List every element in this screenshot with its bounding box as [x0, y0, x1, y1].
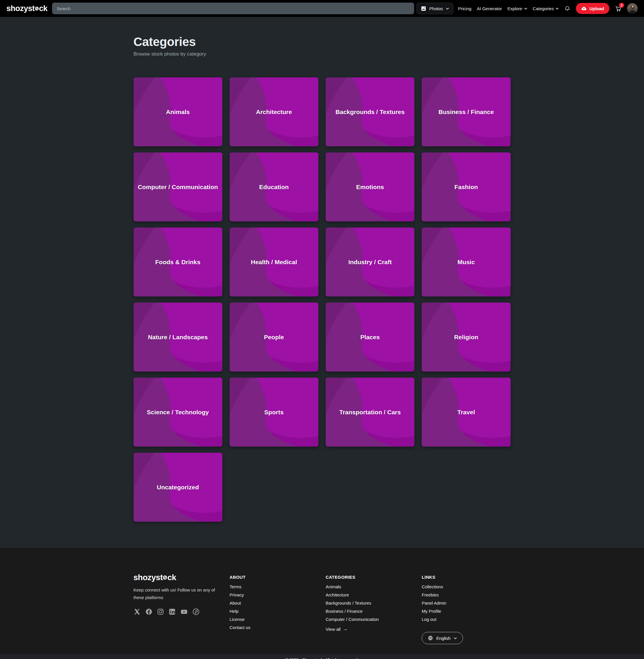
category-card[interactable]: Computer / Communication: [134, 152, 222, 221]
youtube-icon: [180, 608, 188, 615]
footer-category-link[interactable]: Backgrounds / Textures: [326, 601, 371, 606]
chevron-down-icon: [524, 7, 527, 9]
copyright-bar: © 2026 - Shozystock, All rights reserved…: [0, 654, 644, 659]
category-card[interactable]: Nature / Landscapes: [134, 303, 222, 372]
upload-label: Upload: [589, 6, 604, 11]
bell-icon: [564, 5, 570, 11]
user-avatar[interactable]: [627, 3, 638, 14]
linkedin-icon: [168, 608, 176, 615]
footer-link[interactable]: Privacy: [230, 592, 244, 597]
footer-view-all-link[interactable]: View all →: [326, 627, 347, 632]
cart-button[interactable]: 2: [615, 5, 622, 12]
category-card-label: People: [261, 334, 287, 341]
category-card[interactable]: People: [230, 303, 318, 372]
footer-logo[interactable]: shozystck: [134, 573, 176, 582]
footer-category-link[interactable]: Business / Finance: [326, 609, 363, 614]
category-card-label: Emotions: [353, 184, 387, 191]
page-subtitle: Browse stock photos by category: [134, 51, 511, 57]
upload-button[interactable]: Upload: [576, 3, 610, 14]
social-link-pinterest[interactable]: [192, 608, 200, 615]
category-card[interactable]: Uncategorized: [134, 453, 222, 522]
brand-logo-aperture-icon: [35, 7, 39, 10]
category-card[interactable]: Architecture: [230, 77, 318, 146]
photo-icon: [421, 6, 426, 11]
footer-link[interactable]: Help: [230, 609, 239, 614]
category-card[interactable]: Travel: [422, 378, 510, 447]
nav-categories-label: Categories: [533, 6, 554, 11]
nav-categories[interactable]: Categories: [533, 6, 559, 11]
footer-category-link[interactable]: Computer / Communication: [326, 617, 379, 622]
category-card-label: Business / Finance: [436, 109, 497, 116]
category-card[interactable]: Transportation / Cars: [326, 378, 414, 447]
category-card-label: Religion: [451, 334, 481, 341]
footer-account-link[interactable]: Log out: [422, 617, 436, 622]
nav-explore[interactable]: Explore: [507, 6, 527, 11]
social-link-instagram[interactable]: [157, 608, 164, 615]
top-navigation: Pricing AI Generator Explore Categories …: [458, 3, 638, 14]
category-card-label: Computer / Communication: [135, 184, 221, 191]
cloud-upload-icon: [581, 6, 587, 11]
category-card-label: Architecture: [253, 109, 295, 116]
footer-links-heading: LINKS: [422, 574, 510, 580]
language-selector[interactable]: English: [422, 632, 463, 644]
category-card-label: Health / Medical: [248, 259, 300, 266]
notifications-button[interactable]: [564, 5, 570, 11]
footer-link[interactable]: License: [230, 617, 245, 622]
category-card-label: Uncategorized: [154, 484, 202, 491]
footer-link[interactable]: Contact us: [230, 625, 251, 630]
nav-ai-generator[interactable]: AI Generator: [477, 6, 502, 11]
category-card[interactable]: Sports: [230, 378, 318, 447]
category-card[interactable]: Foods & Drinks: [134, 228, 222, 297]
category-card[interactable]: Places: [326, 303, 414, 372]
footer: shozystck Keep connect with us! Follow u…: [0, 548, 644, 654]
nav-pricing[interactable]: Pricing: [458, 6, 472, 11]
footer-link[interactable]: About: [230, 601, 241, 606]
footer-account-link[interactable]: Panel Admin: [422, 601, 446, 606]
category-card-label: Education: [256, 184, 292, 191]
view-all-label: View all: [326, 627, 341, 632]
footer-categories-links: AnimalsArchitectureBackgrounds / Texture…: [326, 584, 414, 622]
footer-categories-heading: CATEGORIES: [326, 574, 414, 580]
arrow-right-icon: →: [343, 627, 347, 632]
social-link-youtube[interactable]: [180, 608, 188, 615]
brand-logo[interactable]: shozystck: [6, 4, 47, 13]
category-card[interactable]: Education: [230, 152, 318, 221]
category-card-label: Science / Technology: [144, 409, 212, 416]
topbar: shozystck Photos Pricing AI Generator Ex…: [0, 0, 644, 17]
footer-logo-text-pre: shozyst: [134, 573, 163, 582]
main-content: Categories Browse stock photos by catego…: [0, 17, 644, 548]
category-card[interactable]: Backgrounds / Textures: [326, 77, 414, 146]
footer-category-link[interactable]: Animals: [326, 584, 341, 589]
category-card[interactable]: Health / Medical: [230, 228, 318, 297]
social-link-x[interactable]: [134, 608, 141, 615]
category-card-label: Animals: [163, 109, 193, 116]
category-card[interactable]: Industry / Craft: [326, 228, 414, 297]
category-card-label: Nature / Landscapes: [145, 334, 210, 341]
globe-icon: [428, 635, 433, 641]
category-card[interactable]: Fashion: [422, 152, 510, 221]
category-card-label: Sports: [261, 409, 286, 416]
footer-category-link[interactable]: Architecture: [326, 592, 349, 597]
search-input[interactable]: [52, 3, 414, 14]
footer-account-link[interactable]: My Profile: [422, 609, 441, 614]
x-icon: [134, 608, 141, 615]
footer-link[interactable]: Terms: [230, 584, 242, 589]
categories-grid: Animals Architecture: [134, 77, 511, 522]
footer-account-link[interactable]: Freebies: [422, 592, 439, 597]
category-card[interactable]: Animals: [134, 77, 222, 146]
category-card[interactable]: Religion: [422, 303, 510, 372]
media-type-select[interactable]: Photos: [416, 3, 453, 14]
category-card-label: Transportation / Cars: [337, 409, 404, 416]
footer-account-link[interactable]: Collections: [422, 584, 443, 589]
footer-about-column: ABOUT TermsPrivacyAboutHelpLicenseContac…: [230, 573, 318, 633]
category-card-label: Travel: [455, 409, 478, 416]
category-card[interactable]: Music: [422, 228, 510, 297]
brand-logo-text-post: ck: [39, 4, 47, 13]
category-card[interactable]: Science / Technology: [134, 378, 222, 447]
facebook-icon: [145, 608, 153, 615]
social-link-facebook[interactable]: [145, 608, 153, 615]
social-link-linkedin[interactable]: [168, 608, 176, 615]
category-card[interactable]: Business / Finance: [422, 77, 510, 146]
chevron-down-icon: [446, 7, 449, 9]
category-card[interactable]: Emotions: [326, 152, 414, 221]
